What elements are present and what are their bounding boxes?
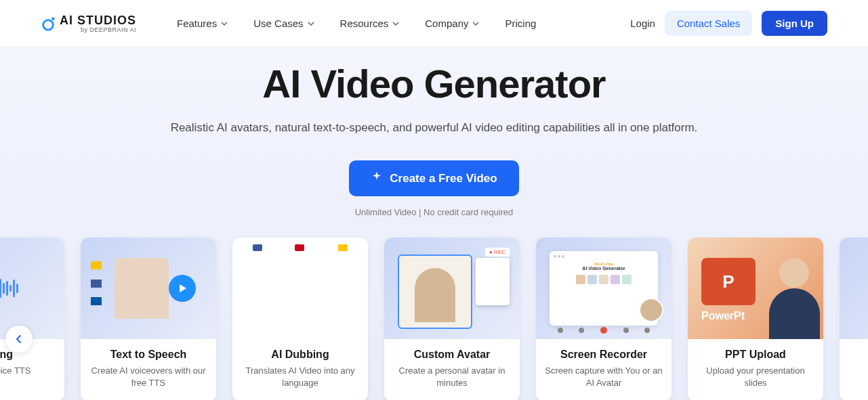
nav-pricing[interactable]: Pricing: [505, 18, 536, 29]
signup-button[interactable]: Sign Up: [762, 11, 827, 36]
create-video-button[interactable]: Create a Free Video: [349, 160, 518, 196]
card-image: [840, 238, 868, 339]
chevron-down-icon: [392, 20, 399, 27]
feature-cards-section: loning own AI voice TTS Text to Speech C…: [0, 238, 868, 400]
contact-sales-button[interactable]: Contact Sales: [665, 11, 752, 36]
card-text-to-speech[interactable]: Text to Speech Create AI voiceovers with…: [81, 238, 216, 400]
card-desc: Upload your presentation slides: [696, 365, 815, 389]
cta-note: Unlimited Video | No credit card require…: [14, 207, 854, 217]
header-actions: Login Contact Sales Sign Up: [630, 11, 827, 36]
svg-point-1: [51, 17, 55, 20]
logo-text: AI STUDIOS: [60, 14, 136, 28]
card-screen-recorder[interactable]: All-in-One AI Video Generator: [536, 238, 671, 400]
logo-icon: [41, 16, 56, 31]
login-link[interactable]: Login: [630, 18, 655, 29]
logo[interactable]: AI STUDIOS by DEEPBRAIN AI: [41, 14, 136, 33]
hero-section: AI Video Generator Realistic AI avatars,…: [0, 47, 868, 238]
nav-company[interactable]: Company: [425, 18, 479, 29]
card-title: PPT Upload: [696, 349, 815, 361]
card-title: Text to Speech: [89, 349, 208, 361]
card-title: AI Dubbing: [241, 349, 360, 361]
chevron-down-icon: [221, 20, 228, 27]
card-custom-avatar[interactable]: ● REC Custom Avatar Create a personal av…: [384, 238, 520, 400]
card-ppt-upload[interactable]: P PowerPt PPT Upload Upload your present…: [688, 238, 823, 400]
card-desc: Screen capture with You or an AI Avatar: [544, 365, 663, 389]
card-title: loning: [0, 349, 56, 361]
card-image: [232, 238, 368, 339]
record-icon: [600, 327, 607, 334]
arrow-left-icon: [14, 334, 24, 345]
hero-subtitle: Realistic AI avatars, natural text-to-sp…: [14, 121, 854, 135]
card-title: Screen Recorder: [544, 349, 663, 361]
cta-label: Create a Free Video: [390, 172, 497, 185]
card-title: Custom Avatar: [392, 349, 512, 361]
main-nav: Features Use Cases Resources Company Pri…: [177, 18, 536, 29]
card-body: AI Dubbing Translates AI Video into any …: [232, 339, 368, 400]
nav-features[interactable]: Features: [177, 18, 228, 29]
card-desc: Create a personal avatar in minutes: [392, 365, 512, 389]
nav-resources[interactable]: Resources: [340, 18, 400, 29]
nav-use-cases[interactable]: Use Cases: [253, 18, 314, 29]
card-next[interactable]: [840, 238, 868, 400]
logo-subtext: by DEEPBRAIN AI: [60, 26, 136, 33]
play-icon: [169, 275, 196, 302]
card-body: Custom Avatar Create a personal avatar i…: [384, 339, 520, 400]
card-image: All-in-One AI Video Generator: [536, 238, 671, 339]
card-image: ● REC: [384, 238, 520, 339]
chevron-down-icon: [472, 20, 479, 27]
chevron-down-icon: [308, 20, 314, 27]
card-body: Screen Recorder Screen capture with You …: [536, 339, 671, 400]
card-desc: Translates AI Video into any language: [241, 365, 360, 389]
waveform-icon: [0, 268, 64, 309]
carousel-prev-button[interactable]: [5, 326, 33, 353]
card-desc: Create AI voiceovers with our free TTS: [89, 365, 208, 389]
card-body: PPT Upload Upload your presentation slid…: [688, 339, 823, 400]
card-image: [0, 238, 64, 339]
svg-point-0: [43, 20, 54, 30]
card-voice-cloning[interactable]: loning own AI voice TTS: [0, 238, 64, 400]
card-ai-dubbing[interactable]: AI Dubbing Translates AI Video into any …: [232, 238, 368, 400]
logo-text-wrap: AI STUDIOS by DEEPBRAIN AI: [60, 14, 136, 33]
card-image: P PowerPt: [688, 238, 823, 339]
header: AI STUDIOS by DEEPBRAIN AI Features Use …: [0, 0, 868, 47]
feature-cards: loning own AI voice TTS Text to Speech C…: [0, 238, 868, 400]
card-image: [81, 238, 216, 339]
card-body: [840, 339, 868, 365]
ppt-label: PowerPt: [701, 310, 745, 322]
card-body: Text to Speech Create AI voiceovers with…: [81, 339, 216, 400]
powerpoint-icon: P: [701, 258, 756, 305]
sparkle-icon: [371, 171, 383, 186]
rec-badge: ● REC: [485, 248, 510, 257]
card-desc: own AI voice TTS: [0, 365, 56, 377]
hero-title: AI Video Generator: [14, 61, 854, 106]
